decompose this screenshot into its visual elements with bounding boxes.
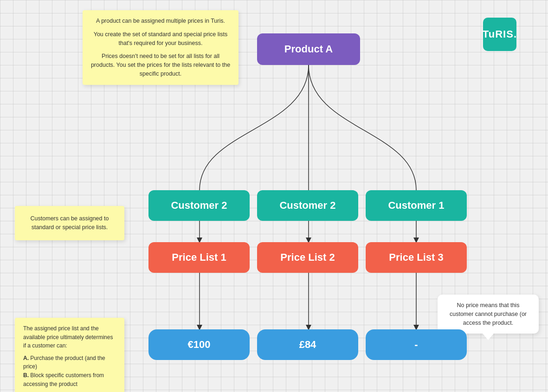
pricelist-node-2: Price List 2 bbox=[257, 242, 358, 273]
price-node-3: - bbox=[366, 329, 467, 360]
customer-1-label: Customer 2 bbox=[171, 199, 227, 212]
price-3-label: - bbox=[414, 339, 418, 351]
customer-3-label: Customer 1 bbox=[388, 199, 444, 212]
pricelist-node-3: Price List 3 bbox=[366, 242, 467, 273]
pricelist-1-label: Price List 1 bbox=[172, 251, 226, 263]
price-node-2: £84 bbox=[257, 329, 358, 360]
pricelist-node-1: Price List 1 bbox=[148, 242, 250, 273]
diagram-area: Product A Customer 2 Customer 2 Customer… bbox=[0, 0, 548, 392]
price-node-1: €100 bbox=[148, 329, 250, 360]
price-1-label: €100 bbox=[188, 339, 211, 351]
customer-node-3: Customer 1 bbox=[366, 190, 467, 221]
pricelist-3-label: Price List 3 bbox=[389, 251, 443, 263]
customer-2-label: Customer 2 bbox=[279, 199, 335, 212]
customer-node-2: Customer 2 bbox=[257, 190, 358, 221]
price-2-label: £84 bbox=[299, 339, 316, 351]
product-node: Product A bbox=[257, 33, 360, 65]
pricelist-2-label: Price List 2 bbox=[280, 251, 335, 263]
customer-node-1: Customer 2 bbox=[148, 190, 250, 221]
product-label: Product A bbox=[284, 43, 333, 55]
